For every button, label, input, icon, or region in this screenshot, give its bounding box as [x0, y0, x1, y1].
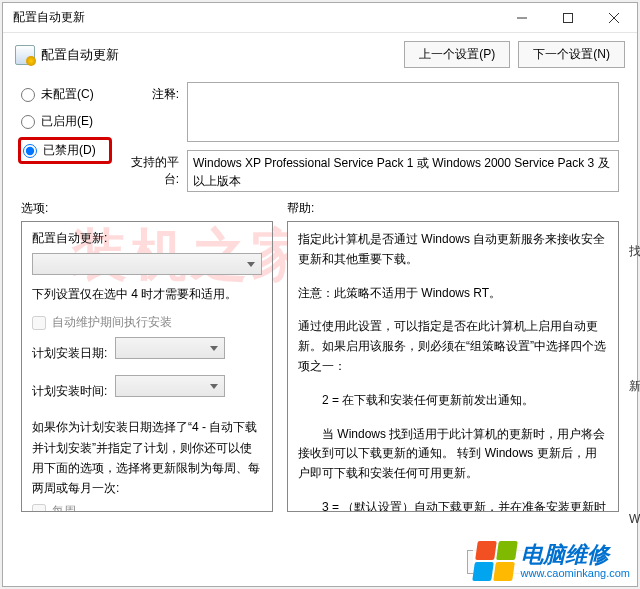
install-time-label: 计划安装时间:: [32, 383, 107, 400]
state-and-comment: 未配置(C) 已启用(E) 已禁用(D) 注释: 支持的平台: Windows …: [3, 76, 637, 194]
configure-au-heading: 配置自动更新:: [32, 230, 262, 247]
windows-flag-icon: [472, 541, 518, 581]
next-setting-button[interactable]: 下一个设置(N): [518, 41, 625, 68]
window-controls: [499, 3, 637, 33]
help-pane: 帮助: 指定此计算机是否通过 Windows 自动更新服务来接收安全更新和其他重…: [287, 200, 619, 512]
help-p3: 通过使用此设置，可以指定是否在此计算机上启用自动更新。如果启用该服务，则必须在“…: [298, 317, 608, 376]
policy-title: 配置自动更新: [41, 46, 119, 64]
platform-label: 支持的平台:: [119, 150, 179, 188]
supported-platform-box: Windows XP Professional Service Pack 1 或…: [187, 150, 619, 192]
titlebar: 配置自动更新: [3, 3, 637, 33]
options-pane: 装机之家 选项: 配置自动更新: 下列设置仅在选中 4 时才需要和适用。 自动维…: [21, 200, 273, 512]
help-textbox[interactable]: 指定此计算机是否通过 Windows 自动更新服务来接收安全更新和其他重要下载。…: [287, 221, 619, 512]
configure-au-combo[interactable]: [32, 253, 262, 275]
comment-textarea[interactable]: [187, 82, 619, 142]
state-radios: 未配置(C) 已启用(E) 已禁用(D): [21, 82, 107, 192]
radio-enabled[interactable]: 已启用(E): [21, 113, 107, 130]
maintenance-checkbox[interactable]: 自动维护期间执行安装: [32, 314, 262, 331]
logo-cn: 电脑维修: [521, 542, 630, 567]
weekly-checkbox[interactable]: 每周: [32, 503, 262, 512]
help-p4: 2 = 在下载和安装任何更新前发出通知。: [298, 391, 608, 411]
policy-icon: [15, 45, 35, 65]
prev-setting-button[interactable]: 上一个设置(P): [404, 41, 510, 68]
help-p1: 指定此计算机是否通过 Windows 自动更新服务来接收安全更新和其他重要下载。: [298, 230, 608, 270]
cropped-edge-text: 找 新 W: [629, 243, 637, 526]
help-p5: 当 Windows 找到适用于此计算机的更新时，用户将会接收到可以下载更新的通知…: [298, 425, 608, 484]
close-button[interactable]: [591, 3, 637, 33]
install-day-combo[interactable]: [115, 337, 225, 359]
options-note: 下列设置仅在选中 4 时才需要和适用。: [32, 285, 262, 304]
options-label: 选项:: [21, 200, 273, 217]
minimize-button[interactable]: [499, 3, 545, 33]
watermark-logo: 电脑维修 www.caominkang.com: [473, 539, 632, 583]
comment-label: 注释:: [119, 82, 179, 103]
help-label: 帮助:: [287, 200, 619, 217]
radio-not-configured[interactable]: 未配置(C): [21, 86, 107, 103]
header-row: 配置自动更新 上一个设置(P) 下一个设置(N): [3, 33, 637, 76]
disabled-highlight: 已禁用(D): [18, 137, 112, 164]
help-p2: 注意：此策略不适用于 Windows RT。: [298, 284, 608, 304]
svg-rect-1: [564, 13, 573, 22]
install-day-label: 计划安装日期:: [32, 345, 107, 362]
radio-disabled[interactable]: 已禁用(D): [23, 142, 105, 159]
logo-url: www.caominkang.com: [521, 567, 630, 580]
window-title: 配置自动更新: [13, 9, 499, 26]
schedule-explain: 如果你为计划安装日期选择了“4 - 自动下载并计划安装”并指定了计划，则你还可以…: [32, 417, 262, 499]
maximize-button[interactable]: [545, 3, 591, 33]
install-time-combo[interactable]: [115, 375, 225, 397]
help-p6: 3 = （默认设置）自动下载更新，并在准备安装更新时发出通知: [298, 498, 608, 512]
gpo-editor-window: 配置自动更新 配置自动更新 上一个设置(P) 下一个设置(N) 未配置(C) 已…: [2, 2, 638, 587]
